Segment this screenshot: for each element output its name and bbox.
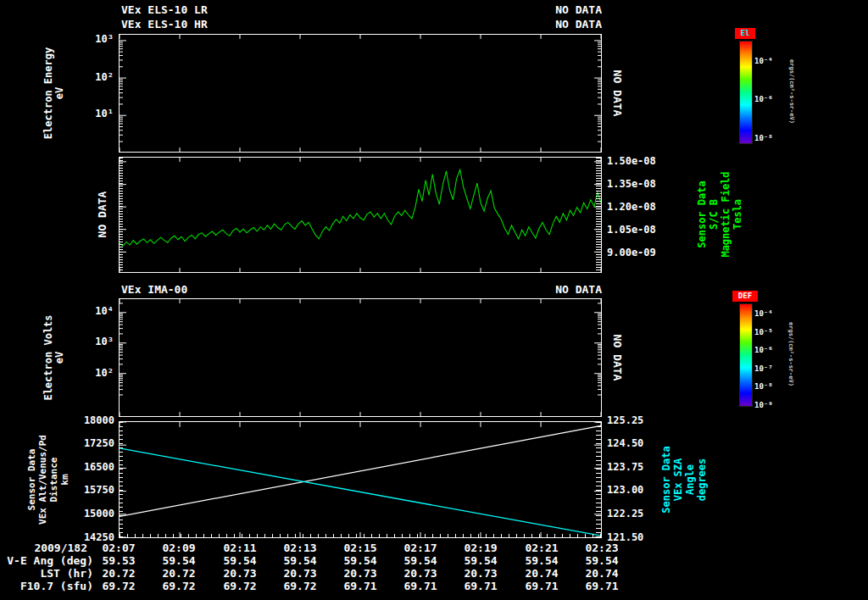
ima-axis-ticks (120, 299, 601, 416)
sza-axis-title-line2: VEx SZA (672, 446, 684, 513)
ima-y-axis-label-line2: eV (54, 314, 65, 400)
sza-axis-title-line3: Angle (684, 446, 696, 513)
magnetic-field-left-minor-ticks (120, 158, 123, 272)
els-plot-area (120, 35, 601, 152)
veang-value: 59.53 (96, 555, 142, 567)
lst-value: 20.74 (519, 568, 565, 580)
sza-trace (120, 448, 601, 536)
ima-no-data-label: NO DATA (611, 335, 623, 381)
magnetic-field-panel (119, 157, 602, 273)
alt-ytick-1: 18000 (76, 415, 114, 426)
plot-screen: VEx ELS-10 LR NO DATA VEx ELS-10 HR NO D… (0, 0, 868, 600)
veang-value: 59.54 (458, 555, 504, 567)
f107-value: 69.71 (579, 581, 625, 592)
els-colorbar-tick-3: 10⁻⁸ (754, 134, 785, 142)
veang-value: 59.54 (337, 555, 383, 567)
sza-ytick-3: 123.75 (607, 462, 658, 473)
ima-colorbar-tick-4: 10⁻⁷ (754, 364, 785, 373)
els-colorbar-tick-1: 10⁻⁴ (754, 57, 785, 65)
f107-value: 69.72 (277, 581, 323, 592)
els-colorbar-title-chip: El (735, 28, 755, 39)
veang-value: 59.54 (519, 555, 565, 567)
lst-value: 20.73 (277, 568, 323, 580)
f107-value: 69.71 (458, 581, 504, 592)
table-row-label-f107: F10.7 (sfu) (0, 581, 93, 592)
magnetic-field-trace (120, 169, 601, 246)
trajectory-plot-area (120, 422, 601, 537)
alt-axis-title-line3: Distance (48, 435, 59, 525)
els-colorbar (739, 41, 753, 144)
f107-value: 69.72 (156, 581, 202, 592)
sza-ytick-1: 125.25 (607, 415, 658, 426)
lst-value: 20.73 (458, 568, 504, 580)
mag-axis-title-line3: Magnetic Field (720, 171, 732, 257)
lst-value: 20.73 (398, 568, 443, 580)
lst-value: 20.72 (156, 568, 202, 580)
alt-axis-title-line2: VEx Alt/Venus/Pd (37, 435, 48, 525)
alt-axis-title-line4: km (59, 435, 70, 525)
f107-value: 69.71 (398, 581, 443, 592)
xtick-5: 02:15 (337, 542, 383, 554)
magnetic-field-axis-title: Sensor Data S/C B Magnetic Field Tesla (696, 171, 743, 257)
magnetic-field-axis-ticks (120, 158, 601, 272)
alt-axis-title-line1: Sensor Data (26, 435, 37, 525)
alt-ytick-2: 17250 (76, 438, 114, 449)
panel-title-els-lr: VEx ELS-10 LR (121, 4, 208, 16)
mag-ytick-4: 1.05e-08 (607, 225, 670, 236)
veang-value: 59.54 (217, 555, 263, 567)
ima-colorbar-tick-1: 10⁻⁴ (754, 309, 785, 318)
date-label: 2009/182 (21, 542, 87, 554)
lst-value: 20.73 (217, 568, 263, 580)
table-row-label-veang: V-E Ang (deg) (0, 555, 93, 567)
table-row-label-lst: LST (hr) (0, 568, 93, 580)
mag-axis-title-line4: Tesla (732, 171, 743, 257)
veang-value: 59.54 (277, 555, 323, 567)
ima-colorbar-tick-3: 10⁻⁶ (754, 346, 785, 354)
trajectory-right-minor-ticks (596, 422, 601, 537)
els-lr-status: NO DATA (475, 4, 602, 16)
f107-value: 69.72 (96, 581, 142, 592)
altitude-axis-title: Sensor Data VEx Alt/Venus/Pd Distance km (26, 435, 70, 525)
sza-axis-title-line4: degrees (696, 446, 708, 513)
lst-value: 20.72 (96, 568, 142, 580)
xtick-4: 02:13 (277, 542, 323, 554)
ima-status: NO DATA (475, 284, 602, 296)
panel-title-els-hr: VEx ELS-10 HR (121, 19, 208, 31)
veang-value: 59.54 (156, 555, 202, 567)
trajectory-left-minor-ticks (120, 422, 123, 537)
mag-ytick-5: 9.00e-09 (607, 247, 670, 258)
alt-ytick-4: 15750 (76, 485, 114, 496)
els-colorbar-title: El (741, 29, 750, 37)
ima-colorbar (739, 303, 753, 407)
sza-axis-title-line1: Sensor Data (660, 446, 672, 513)
xtick-2: 02:09 (156, 542, 202, 554)
lst-value: 20.73 (337, 568, 383, 580)
xtick-6: 02:17 (398, 542, 443, 554)
ima-colorbar-title-chip: DEF (732, 291, 758, 302)
els-colorbar-tick-2: 10⁻⁶ (754, 95, 785, 103)
ima-colorbar-tick-2: 10⁻⁵ (754, 328, 785, 336)
els-axis-ticks (120, 35, 601, 152)
sza-ytick-2: 124.50 (607, 438, 658, 449)
ima-ytick-3: 10³ (80, 336, 114, 347)
mag-ytick-1: 1.50e-08 (607, 156, 670, 167)
alt-ytick-3: 16500 (76, 462, 114, 473)
els-spectrogram-panel (119, 34, 602, 153)
mag-axis-title-line2: S/C B (708, 171, 720, 257)
magnetic-field-plot-area (120, 158, 601, 272)
ima-ytick-4: 10⁴ (80, 306, 114, 317)
f107-value: 69.71 (519, 581, 565, 592)
ima-colorbar-tick-6: 10⁻⁹ (754, 401, 785, 409)
ima-colorbar-tick-5: 10⁻⁸ (754, 382, 785, 391)
xtick-1: 02:07 (96, 542, 142, 554)
altitude-trace (120, 425, 601, 516)
magnetic-field-right-minor-ticks (596, 158, 601, 272)
ima-ytick-2: 10² (80, 368, 114, 379)
els-ytick-3: 10³ (80, 34, 114, 45)
els-no-data-label: NO DATA (611, 70, 623, 117)
ima-colorbar-title: DEF (738, 292, 752, 300)
veang-value: 59.54 (579, 555, 625, 567)
els-y-axis-label: Electron Energy eV (43, 47, 65, 139)
trajectory-bottom-minor-ticks (120, 534, 601, 537)
trajectory-panel (119, 421, 602, 538)
